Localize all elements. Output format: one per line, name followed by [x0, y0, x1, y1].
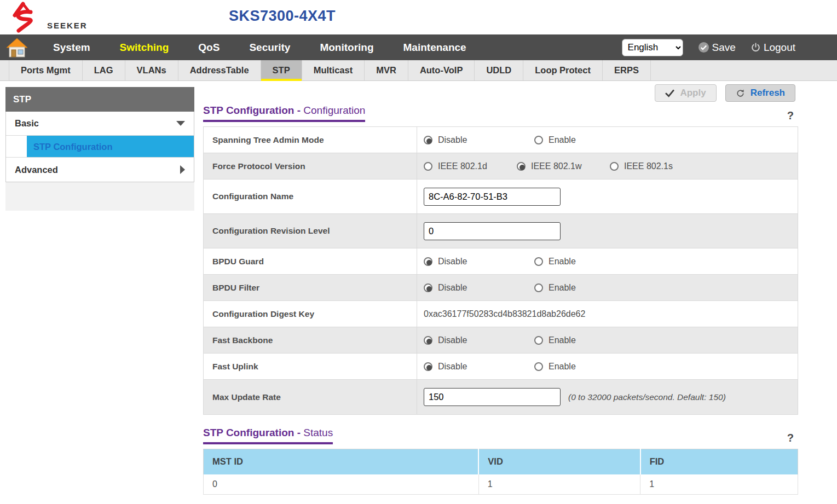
- apply-button[interactable]: Apply: [655, 84, 716, 102]
- tab-auto-voip[interactable]: Auto-VoIP: [408, 60, 475, 80]
- sidebar-group-basic[interactable]: Basic: [6, 112, 194, 136]
- save-check-icon: [698, 42, 709, 53]
- radio-option-label: Enable: [549, 135, 576, 145]
- radio-selected-icon[interactable]: [424, 283, 432, 292]
- radio-unselected-icon[interactable]: [534, 136, 543, 144]
- language-select[interactable]: English: [622, 39, 683, 56]
- status-table-header-row: MST IDVIDFID: [204, 449, 798, 474]
- table-row: 011: [204, 474, 798, 495]
- radio-option-enable[interactable]: Enable: [534, 335, 645, 345]
- home-icon: [5, 37, 28, 58]
- form-row-label: Fast Uplink: [204, 354, 417, 379]
- form-row-value: 0xac36177f50283cd4b83821d8ab26de62: [417, 301, 798, 327]
- nav-item-qos[interactable]: QoS: [183, 42, 234, 54]
- brand-name: SEEKER: [47, 21, 88, 30]
- radio-selected-icon[interactable]: [424, 362, 432, 371]
- save-button[interactable]: Save: [698, 42, 736, 54]
- configuration-revision-level-input[interactable]: [424, 222, 561, 240]
- stp-config-form: Spanning Tree Admin ModeDisableEnableFor…: [203, 126, 798, 415]
- sub-tab-bar: Ports MgmtLAGVLANsAddressTableSTPMultica…: [0, 60, 837, 81]
- tab-erps[interactable]: ERPS: [602, 60, 651, 80]
- tab-lag[interactable]: LAG: [82, 60, 125, 80]
- content: STP BasicSTP ConfigurationAdvanced Apply…: [0, 81, 837, 495]
- radio-option-label: Disable: [438, 362, 467, 372]
- radio-option-disable[interactable]: Disable: [424, 362, 534, 372]
- tab-mvr[interactable]: MVR: [364, 60, 408, 80]
- radio-option-enable[interactable]: Enable: [534, 283, 645, 293]
- form-row-configuration-name: Configuration Name: [204, 179, 798, 214]
- radio-unselected-icon[interactable]: [610, 162, 619, 171]
- home-button[interactable]: [5, 37, 28, 58]
- refresh-icon: [736, 89, 745, 98]
- tab-stp[interactable]: STP: [261, 60, 302, 80]
- max-update-rate-input[interactable]: [424, 388, 561, 406]
- status-section-head: STP Configuration - Status ?: [203, 427, 798, 444]
- radio-option-ieee-802-1w[interactable]: IEEE 802.1w: [517, 161, 610, 171]
- sidebar-group-advanced[interactable]: Advanced: [6, 158, 194, 182]
- radio-option-label: Enable: [549, 335, 576, 345]
- save-label: Save: [712, 42, 736, 54]
- tab-multicast[interactable]: Multicast: [302, 60, 365, 80]
- form-row-bpdu-filter: BPDU FilterDisableEnable: [204, 275, 798, 301]
- chevron-down-icon: [176, 121, 185, 126]
- radio-option-ieee-802-1d[interactable]: IEEE 802.1d: [424, 161, 517, 171]
- form-row-label: BPDU Filter: [204, 275, 417, 300]
- table-cell: 0: [204, 474, 479, 495]
- form-row-value: [417, 179, 798, 213]
- config-section-head: STP Configuration - Configuration ?: [203, 105, 798, 122]
- radio-option-disable[interactable]: Disable: [424, 335, 534, 345]
- main-panel: Apply Refresh STP Configuration - Config…: [203, 84, 798, 495]
- status-col-header-fid: FID: [640, 449, 798, 474]
- radio-selected-icon[interactable]: [517, 162, 526, 171]
- tab-addresstable[interactable]: AddressTable: [178, 60, 261, 80]
- sidebar: STP BasicSTP ConfigurationAdvanced: [5, 87, 194, 211]
- tab-vlans[interactable]: VLANs: [125, 60, 178, 80]
- tab-ports-mgmt[interactable]: Ports Mgmt: [9, 60, 82, 80]
- radio-selected-icon[interactable]: [424, 257, 432, 266]
- form-row-value: [417, 214, 798, 248]
- radio-unselected-icon[interactable]: [424, 162, 432, 171]
- radio-unselected-icon[interactable]: [534, 257, 543, 266]
- radio-option-enable[interactable]: Enable: [534, 257, 645, 267]
- nav-item-system[interactable]: System: [38, 42, 105, 54]
- form-row-max-update-rate: Max Update Rate(0 to 32000 packets/secon…: [204, 380, 798, 414]
- device-title: SKS7300-4X4T: [229, 8, 336, 25]
- form-row-configuration-revision-level: Configuration Revision Level: [204, 214, 798, 248]
- radio-option-disable[interactable]: Disable: [424, 135, 534, 145]
- radio-option-label: Disable: [438, 335, 467, 345]
- configuration-name-input[interactable]: [424, 188, 561, 206]
- top-header: SEEKER SKS7300-4X4T: [0, 0, 837, 34]
- logout-button[interactable]: Logout: [751, 42, 795, 54]
- radio-option-enable[interactable]: Enable: [534, 135, 645, 145]
- table-cell: 1: [640, 474, 798, 495]
- radio-option-label: IEEE 802.1w: [531, 161, 582, 171]
- nav-item-monitoring[interactable]: Monitoring: [305, 42, 388, 54]
- table-cell: 1: [478, 474, 640, 495]
- form-row-value: DisableEnable: [417, 275, 798, 300]
- tab-loop-protect[interactable]: Loop Protect: [523, 60, 602, 80]
- nav-item-security[interactable]: Security: [234, 42, 305, 54]
- nav-item-switching[interactable]: Switching: [105, 42, 184, 54]
- sidebar-item-stp-configuration[interactable]: STP Configuration: [6, 136, 194, 158]
- radio-option-enable[interactable]: Enable: [534, 362, 645, 372]
- status-section-title: STP Configuration - Status: [203, 427, 333, 444]
- radio-unselected-icon[interactable]: [534, 362, 543, 371]
- radio-option-disable[interactable]: Disable: [424, 257, 534, 267]
- radio-unselected-icon[interactable]: [534, 336, 543, 345]
- status-col-header-mst-id: MST ID: [204, 449, 479, 474]
- tab-udld[interactable]: UDLD: [474, 60, 523, 80]
- radio-selected-icon[interactable]: [424, 336, 432, 345]
- nav-item-maintenance[interactable]: Maintenance: [389, 42, 481, 54]
- form-row-label: Configuration Name: [204, 179, 417, 213]
- form-row-label: Max Update Rate: [204, 380, 417, 414]
- radio-selected-icon[interactable]: [424, 136, 432, 144]
- radio-option-disable[interactable]: Disable: [424, 283, 534, 293]
- radio-option-ieee-802-1s[interactable]: IEEE 802.1s: [610, 161, 703, 171]
- refresh-button[interactable]: Refresh: [725, 84, 795, 102]
- form-row-fast-backbone: Fast BackboneDisableEnable: [204, 327, 798, 354]
- help-icon[interactable]: ?: [787, 432, 798, 444]
- form-row-label: Configuration Digest Key: [204, 301, 417, 327]
- form-row-value: DisableEnable: [417, 354, 798, 379]
- radio-unselected-icon[interactable]: [534, 283, 543, 292]
- help-icon[interactable]: ?: [787, 109, 798, 122]
